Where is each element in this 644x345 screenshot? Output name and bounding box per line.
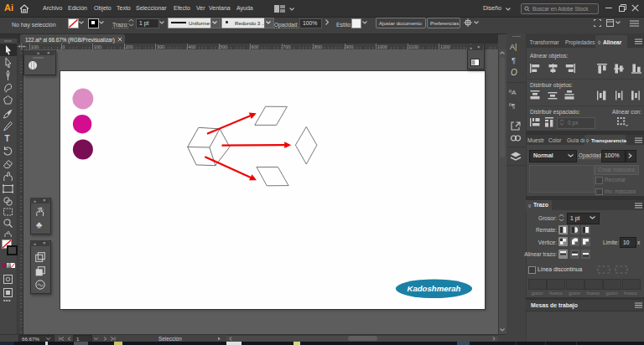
svg-text:Kadoshmerah: Kadoshmerah [407,284,460,293]
